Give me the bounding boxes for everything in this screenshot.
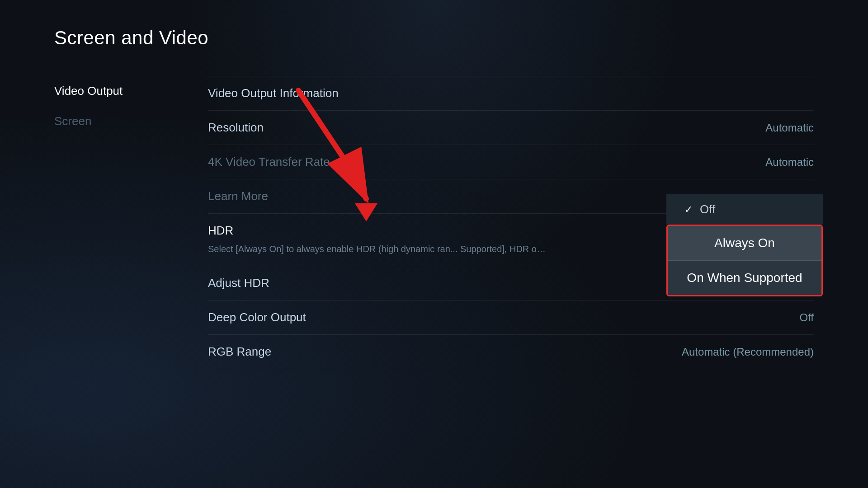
sidebar-item-video-output[interactable]: Video Output — [54, 76, 181, 106]
rgb-range-label: RGB Range — [208, 345, 271, 359]
learn-more-label: Learn More — [208, 189, 268, 203]
dropdown-off-option[interactable]: ✓ Off — [666, 194, 823, 225]
sidebar: Video Output Screen — [54, 76, 181, 369]
video-output-info-label: Video Output Information — [208, 86, 339, 100]
hdr-description: Select [Always On] to always enable HDR … — [208, 242, 547, 256]
deep-color-label: Deep Color Output — [208, 310, 306, 324]
settings-item-4k-transfer[interactable]: 4K Video Transfer Rate Automatic — [208, 145, 814, 179]
4k-transfer-value: Automatic — [765, 156, 814, 169]
settings-item-video-output-info[interactable]: Video Output Information — [208, 76, 814, 111]
checkmark-icon: ✓ — [684, 204, 693, 216]
settings-item-rgb-range[interactable]: RGB Range Automatic (Recommended) — [208, 335, 814, 369]
deep-color-value: Off — [799, 311, 814, 324]
dropdown-always-on[interactable]: Always On — [668, 226, 821, 261]
settings-item-resolution[interactable]: Resolution Automatic — [208, 111, 814, 145]
hdr-dropdown: ✓ Off Always On On When Supported — [666, 194, 823, 296]
adjust-hdr-label: Adjust HDR — [208, 276, 269, 290]
dropdown-on-when-supported[interactable]: On When Supported — [668, 261, 821, 295]
rgb-range-value: Automatic (Recommended) — [682, 346, 814, 358]
dropdown-off-label: Off — [700, 202, 715, 216]
dropdown-highlighted-options: Always On On When Supported — [666, 225, 823, 296]
4k-transfer-label: 4K Video Transfer Rate — [208, 155, 330, 169]
sidebar-item-screen[interactable]: Screen — [54, 106, 181, 136]
resolution-label: Resolution — [208, 121, 264, 135]
page-title: Screen and Video — [54, 27, 814, 49]
resolution-value: Automatic — [765, 122, 814, 134]
settings-item-deep-color[interactable]: Deep Color Output Off — [208, 300, 814, 335]
